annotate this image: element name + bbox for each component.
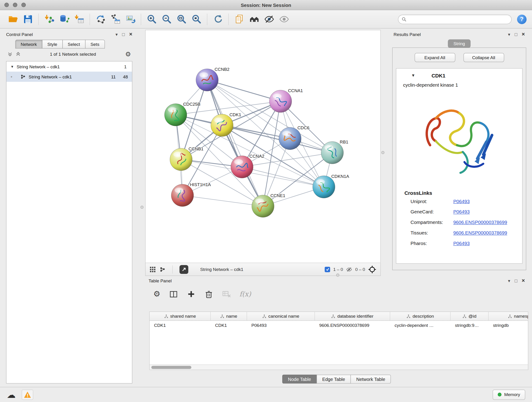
zoom-in-button[interactable] bbox=[144, 12, 159, 27]
image-export-button[interactable] bbox=[123, 12, 138, 27]
zoom-fit-button[interactable] bbox=[174, 12, 189, 27]
column-header-shared-name[interactable]: shared name bbox=[150, 312, 211, 320]
tab-string[interactable]: String bbox=[448, 39, 471, 48]
node-CDK1[interactable]: CDK1 bbox=[211, 112, 241, 137]
column-header-database-identifier[interactable]: database identifier bbox=[315, 312, 390, 320]
panel-menu-icon[interactable]: ▾ bbox=[508, 279, 510, 283]
collapse-triangle-icon[interactable]: ▼ bbox=[11, 65, 14, 68]
toolbar-separator bbox=[172, 265, 172, 274]
selected-items-checkbox[interactable] bbox=[325, 267, 330, 272]
search-box[interactable] bbox=[398, 14, 512, 24]
column-header-canonical-name[interactable]: canonical name bbox=[247, 312, 315, 320]
warnings-button[interactable] bbox=[22, 389, 33, 400]
open-in-browser-button[interactable] bbox=[179, 265, 188, 274]
apply-preferred-layout-button[interactable] bbox=[210, 12, 225, 27]
memory-button[interactable]: Memory bbox=[493, 389, 525, 400]
birdseye-grid-icon[interactable] bbox=[150, 266, 156, 273]
crosslink-value-link[interactable]: 9606.ENSP00000378699 bbox=[453, 230, 507, 235]
show-all-button[interactable] bbox=[277, 12, 291, 27]
status-bar: ☁ Memory bbox=[0, 387, 532, 402]
expand-all-button[interactable]: Expand All bbox=[414, 53, 455, 62]
show-columns-icon[interactable] bbox=[169, 289, 178, 298]
splitter-handle[interactable] bbox=[381, 151, 384, 154]
titlebar: Session: New Session bbox=[0, 0, 532, 10]
zoom-selected-icon bbox=[191, 14, 202, 25]
panel-menu-icon[interactable]: ▾ bbox=[508, 32, 510, 36]
network-view-canvas[interactable]: CCNB2CCNA1CDC25BCDK1CDC6RB1CCNB1CCNA2CDK… bbox=[145, 30, 381, 263]
clone-network-button[interactable] bbox=[232, 12, 247, 27]
column-header-namespace[interactable]: namespace bbox=[488, 312, 528, 320]
node-table: shared namenamecanonical namedatabase id… bbox=[149, 312, 528, 370]
open-session-button[interactable] bbox=[6, 12, 20, 27]
edge-HIST1H1A-CCNE1[interactable] bbox=[182, 195, 263, 206]
collapse-all-button[interactable]: Collapse All bbox=[463, 53, 504, 62]
tab-select[interactable]: Select bbox=[62, 40, 85, 49]
panel-close-icon[interactable]: × bbox=[129, 32, 133, 37]
panel-close-icon[interactable]: × bbox=[522, 278, 525, 283]
tab-style[interactable]: Style bbox=[42, 40, 63, 49]
network-glyph-icon[interactable] bbox=[159, 266, 166, 273]
node-CCNA1[interactable]: CCNA1 bbox=[269, 88, 303, 113]
import-table-from-file-button[interactable] bbox=[71, 12, 86, 27]
network-from-selection-button[interactable] bbox=[93, 12, 108, 27]
main-toolbar: ? bbox=[0, 10, 532, 28]
help-button[interactable]: ? bbox=[517, 14, 526, 24]
collection-label: String Network – cdk1 bbox=[17, 64, 60, 69]
crosshair-icon[interactable] bbox=[368, 265, 376, 274]
node-CCNE1[interactable]: CCNE1 bbox=[252, 193, 285, 217]
splitter-handle[interactable] bbox=[336, 274, 339, 277]
node-RB1[interactable]: RB1 bbox=[321, 140, 348, 164]
zoom-selected-button[interactable] bbox=[189, 12, 204, 27]
tab-sets[interactable]: Sets bbox=[85, 40, 105, 49]
panel-float-icon[interactable]: □ bbox=[122, 32, 125, 36]
scrollbar-thumb[interactable] bbox=[151, 366, 191, 369]
panel-close-icon[interactable]: × bbox=[522, 32, 525, 37]
network-row[interactable]: ● String Network – cdk1 11 48 bbox=[6, 71, 132, 82]
column-header-name[interactable]: name bbox=[211, 312, 247, 320]
cloud-icon[interactable]: ☁ bbox=[7, 390, 16, 399]
table-export-button[interactable] bbox=[108, 12, 123, 27]
edge-CCNA2-CDKN1A[interactable] bbox=[242, 167, 324, 187]
network-graph[interactable]: CCNB2CCNA1CDC25BCDK1CDC6RB1CCNB1CCNA2CDK… bbox=[146, 30, 380, 263]
node-CDKN1A[interactable]: CDKN1A bbox=[313, 174, 349, 198]
delete-column-icon[interactable] bbox=[204, 289, 213, 298]
save-session-button[interactable] bbox=[20, 12, 35, 27]
network-options-gear-icon[interactable]: ⚙ bbox=[125, 51, 131, 57]
panel-float-icon[interactable]: □ bbox=[515, 32, 517, 36]
table-options-gear-icon[interactable]: ⚙ bbox=[153, 290, 160, 298]
protein-card-header[interactable]: ▼ CDK1 bbox=[396, 69, 522, 82]
import-network-from-database-button[interactable] bbox=[57, 12, 71, 27]
node-CDC25B[interactable]: CDC25B bbox=[165, 102, 201, 126]
panel-float-icon[interactable]: □ bbox=[515, 279, 517, 283]
crosslink-value-link[interactable]: P06493 bbox=[453, 240, 469, 246]
crosslink-value-link[interactable]: P06493 bbox=[453, 198, 469, 204]
node-CCNB2[interactable]: CCNB2 bbox=[196, 67, 229, 91]
table-cell: cyclin-dependent … bbox=[390, 323, 451, 328]
tab-network[interactable]: Network bbox=[15, 40, 42, 49]
table-row[interactable]: CDK1CDK1P064939606.ENSP00000378699cyclin… bbox=[150, 321, 528, 330]
edge-table-tab[interactable]: Edge Table bbox=[317, 375, 351, 384]
collapse-all-icon[interactable] bbox=[7, 51, 13, 56]
network-view-toolbar: String Network – cdk1 1 – 0 0 – 0 bbox=[145, 263, 381, 276]
home-button[interactable] bbox=[247, 12, 262, 27]
column-header--id[interactable]: @id bbox=[451, 312, 489, 320]
node-table-tab[interactable]: Node Table bbox=[282, 375, 317, 384]
crosslink-value-link[interactable]: 9606.ENSP00000378699 bbox=[453, 219, 507, 225]
column-header-description[interactable]: description bbox=[390, 312, 451, 320]
node-HIST1H1A[interactable]: HIST1H1A bbox=[171, 182, 211, 206]
search-input[interactable] bbox=[409, 17, 508, 22]
hide-selected-button[interactable] bbox=[262, 12, 277, 27]
network-collection-row[interactable]: ▼ String Network – cdk1 1 bbox=[6, 61, 132, 71]
horizontal-scrollbar[interactable] bbox=[150, 364, 528, 370]
edge-CCNB2-CCNE1[interactable] bbox=[207, 80, 263, 206]
crosslink-value-link[interactable]: P06493 bbox=[453, 209, 469, 214]
edge-CCNB2-CCNA1[interactable] bbox=[207, 80, 280, 101]
add-column-icon[interactable] bbox=[186, 289, 196, 298]
panel-menu-icon[interactable]: ▾ bbox=[115, 32, 118, 36]
expand-all-icon[interactable] bbox=[16, 51, 21, 56]
import-network-from-file-button[interactable] bbox=[42, 12, 57, 27]
collapse-triangle-icon[interactable]: ▼ bbox=[411, 73, 415, 78]
network-table-tab[interactable]: Network Table bbox=[351, 375, 391, 384]
splitter-handle[interactable] bbox=[140, 206, 143, 209]
zoom-out-button[interactable] bbox=[159, 12, 174, 27]
